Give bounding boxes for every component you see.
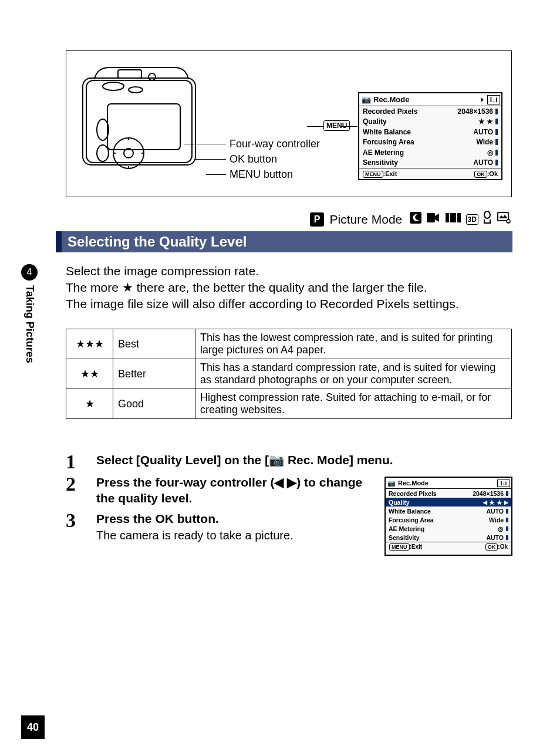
filter-mode-icon: + [497, 211, 511, 227]
setup-tab-icon: I↓i [487, 95, 500, 104]
screen-title: Rec.Mode [371, 95, 477, 104]
user-mode-icon [483, 211, 492, 227]
svg-rect-13 [446, 213, 449, 222]
quality-table: ★★★ Best This has the lowest compression… [66, 329, 512, 419]
scroll-indicator-icon [506, 526, 508, 531]
camera-icon: 📷 [359, 95, 371, 104]
menu-tag-icon: MENU [323, 120, 350, 131]
step-number: 1 [66, 452, 76, 472]
leader-line [184, 144, 226, 144]
night-scene-icon [409, 211, 422, 227]
row-value: Wide [476, 138, 493, 146]
row-value: 2048×1536 [473, 490, 504, 497]
screen-footer: MENU:Exit OK:Ok [386, 542, 511, 552]
row-value: 2048×1536 [458, 107, 493, 116]
section-number-badge: 4 [21, 264, 38, 281]
section-label: Taking Pictures [23, 285, 36, 363]
intro-line-2: The more ★ there are, the better the qua… [66, 279, 512, 295]
section-heading: Selecting the Quality Level [56, 231, 512, 252]
scroll-indicator-icon [495, 109, 498, 114]
chevron-right-icon [477, 96, 486, 103]
intro-text: The more [66, 281, 122, 294]
footer-text: :Exit [410, 543, 423, 550]
scroll-indicator-icon [495, 129, 498, 135]
svg-point-3 [149, 73, 156, 80]
row-value: AUTO [486, 508, 504, 515]
svg-rect-11 [410, 212, 421, 224]
step-number: 2 [66, 474, 76, 494]
name-cell: Better [113, 359, 195, 389]
footer-text: :Ok [487, 170, 498, 177]
table-row: ★★ Better This has a standard compressio… [66, 359, 512, 389]
row-label: White Balance [363, 128, 411, 136]
intro-text: there are, the better the quality and th… [133, 281, 427, 294]
camera-screen-small: 📷 Rec.Mode I↓i Recorded Pixels2048×1536 … [384, 477, 512, 556]
leader-line [341, 126, 357, 127]
triangle-right-icon: ▶ [504, 499, 508, 505]
row-value: AUTO [473, 158, 493, 167]
row-label: Quality [363, 117, 387, 126]
svg-rect-15 [457, 213, 461, 222]
screen-rows: Recorded Pixels2048×1536 Quality★ ★ Whit… [359, 106, 501, 168]
row-value: AUTO [473, 128, 493, 136]
stars-cell: ★★ [66, 359, 113, 389]
row-label: White Balance [389, 508, 431, 515]
desc-cell: Highest compression rate. Suited for att… [195, 389, 512, 419]
label-menu-button: MENU button [230, 168, 293, 181]
name-cell: Best [113, 329, 195, 359]
star-icon: ★ [122, 281, 133, 294]
desc-cell: This has the lowest compression rate, an… [195, 329, 512, 359]
panorama-mode-icon [445, 212, 461, 226]
label-four-way: Four-way controller [230, 138, 320, 150]
scroll-indicator-icon [506, 518, 508, 522]
svg-rect-2 [118, 70, 141, 78]
step-title-text: Rec. Mode] menu. [284, 453, 393, 467]
setup-tab-icon: I↓i [497, 480, 510, 487]
table-row: ★★★ Best This has the lowest compression… [66, 329, 512, 359]
leader-line [195, 159, 226, 160]
scroll-indicator-icon [506, 491, 508, 496]
intro-line-1: Select the image compression rate. [66, 263, 512, 279]
menu-key-icon: MENU [363, 171, 383, 178]
scroll-indicator-icon [506, 509, 508, 514]
footer-text: :Ok [498, 543, 508, 550]
camera-illustration [77, 62, 206, 185]
scroll-indicator-icon [495, 119, 498, 124]
program-mode-icon: P [310, 212, 324, 227]
row-label: AE Metering [389, 525, 424, 532]
svg-rect-6 [107, 104, 180, 150]
movie-mode-icon [426, 211, 440, 227]
row-value: Wide [489, 516, 504, 524]
camera-icon: 📷 [269, 453, 284, 467]
step-number: 3 [66, 511, 76, 531]
stars-cell: ★★★ [66, 329, 113, 359]
step: 2 Press the four-way controller (◀ ▶) to… [66, 474, 383, 506]
row-value: ◎ [487, 148, 493, 157]
step: 1 Select [Quality Level] on the [📷 Rec. … [66, 452, 512, 468]
step-title-text: Select [Quality Level] on the [ [96, 453, 269, 467]
svg-point-7 [113, 138, 144, 168]
screen-title: Rec.Mode [396, 480, 496, 487]
svg-rect-18 [498, 213, 508, 220]
row-label: Recorded Pixels [363, 107, 417, 116]
table-row: ★ Good Highest compression rate. Suited … [66, 389, 512, 419]
screen-header: 📷 Rec.Mode I↓i [359, 93, 501, 106]
label-ok-button: OK button [230, 153, 277, 166]
row-label: Sensitivity [389, 534, 420, 541]
figure-box: Four-way controller OK button MENU butto… [66, 50, 512, 197]
row-value: ★ ★ [478, 117, 493, 126]
leader-line [206, 174, 226, 175]
row-label: Quality [389, 499, 410, 506]
ok-key-icon: OK [474, 171, 487, 178]
scroll-indicator-icon [495, 160, 498, 166]
svg-rect-14 [450, 213, 456, 222]
row-label: Sensitivity [363, 158, 398, 167]
screen-footer: MENU:Exit OK:Ok [359, 168, 501, 180]
scroll-indicator-icon [495, 150, 498, 156]
screen-header: 📷 Rec.Mode I↓i [386, 478, 511, 489]
footer-text: :Exit [383, 170, 397, 177]
step-title: Press the OK button. [96, 511, 383, 526]
scroll-indicator-icon [495, 139, 498, 145]
camera-icon: 📷 [386, 480, 396, 487]
step-text: The camera is ready to take a picture. [96, 528, 383, 543]
